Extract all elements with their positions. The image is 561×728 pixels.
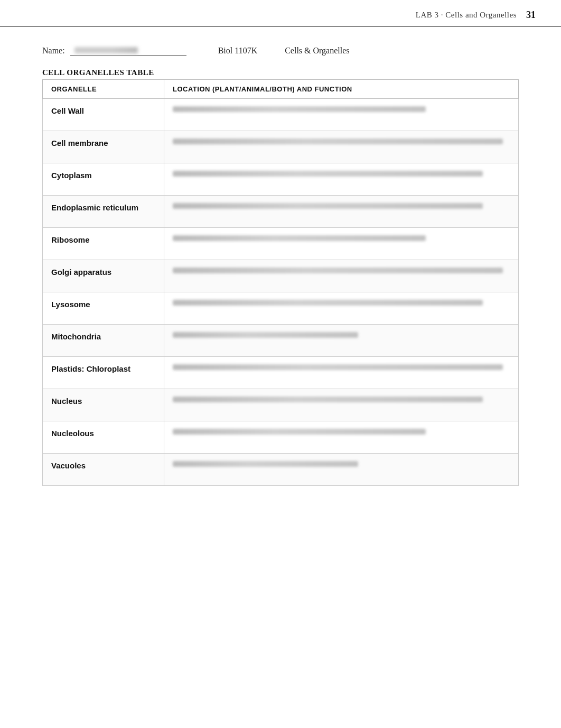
organelle-name-cell-wall: Cell Wall <box>43 99 164 121</box>
blurred-text-line <box>173 139 503 144</box>
table-row: Vacuoles <box>43 454 519 486</box>
organelle-name-cell-membrane: Cell membrane <box>43 131 164 153</box>
organelle-name-cell: Nucleolous <box>43 421 164 454</box>
organelle-name-cytoplasm: Cytoplasm <box>43 163 164 185</box>
organelle-name-endoplasmic-reticulum: Endoplasmic reticulum <box>43 196 164 217</box>
organelle-function-cell <box>164 99 519 131</box>
table-row: Cytoplasm <box>43 163 519 196</box>
organelle-name-nucleus: Nucleus <box>43 389 164 411</box>
organelle-function-cell <box>164 131 519 163</box>
blurred-text-line <box>173 106 426 112</box>
organelle-content-cell-wall <box>164 99 518 131</box>
organelle-content-nucleolous <box>164 421 518 453</box>
organelle-content-plastids-chloroplast <box>164 357 518 389</box>
organelle-function-cell <box>164 292 519 325</box>
organelle-name-plastids-chloroplast: Plastids: Chloroplast <box>43 357 164 379</box>
organelle-name-cell: Plastids: Chloroplast <box>43 357 164 389</box>
organelle-name-nucleolous: Nucleolous <box>43 421 164 443</box>
blurred-text-line <box>173 397 483 402</box>
table-row: Endoplasmic reticulum <box>43 196 519 228</box>
organelle-content-endoplasmic-reticulum <box>164 196 518 227</box>
organelle-name-mitochondria: Mitochondria <box>43 325 164 346</box>
blurred-text-line <box>173 235 426 241</box>
blurred-text-line <box>173 332 358 338</box>
blurred-text-line <box>173 364 503 370</box>
organelle-content-ribosome <box>164 228 518 260</box>
form-row: Name: Biol 1107K Cells & Organelles <box>0 27 561 68</box>
page-header: LAB 3 · Cells and Organelles 31 <box>0 0 561 27</box>
name-underline <box>70 46 186 56</box>
page-number: 31 <box>526 10 536 21</box>
organelle-name-lysosome: Lysosome <box>43 292 164 314</box>
organelle-name-cell: Cytoplasm <box>43 163 164 196</box>
table-row: Plastids: Chloroplast <box>43 357 519 389</box>
organelle-name-cell: Ribosome <box>43 228 164 260</box>
blurred-text-line <box>173 300 483 306</box>
course-code: Biol 1107K <box>218 46 258 55</box>
organelle-content-cytoplasm <box>164 163 518 195</box>
table-row: Nucleolous <box>43 421 519 454</box>
col-header-organelle: ORGANELLE <box>43 80 164 99</box>
course-info: Biol 1107K Cells & Organelles <box>218 46 375 56</box>
table-section: CELL ORGANELLES TABLE ORGANELLE LOCATION… <box>0 68 561 507</box>
organelle-table: ORGANELLE LOCATION (PLANT/ANIMAL/BOTH) A… <box>42 79 519 486</box>
organelle-name-cell: Mitochondria <box>43 325 164 357</box>
name-label: Name: <box>42 46 65 55</box>
organelle-function-cell <box>164 357 519 389</box>
blurred-text-line <box>173 171 483 177</box>
organelle-content-lysosome <box>164 292 518 324</box>
organelle-name-vacuoles: Vacuoles <box>43 454 164 475</box>
blurred-text-line <box>173 461 358 467</box>
organelle-function-cell <box>164 325 519 357</box>
organelle-name-cell: Cell Wall <box>43 99 164 131</box>
organelle-content-vacuoles <box>164 454 518 485</box>
organelle-content-nucleus <box>164 389 518 421</box>
organelle-function-cell <box>164 389 519 421</box>
page: LAB 3 · Cells and Organelles 31 Name: Bi… <box>0 0 561 728</box>
table-row: Golgi apparatus <box>43 260 519 292</box>
organelle-content-cell-membrane <box>164 131 518 163</box>
col-header-function: LOCATION (PLANT/ANIMAL/BOTH) AND FUNCTIO… <box>164 80 519 99</box>
table-row: Cell membrane <box>43 131 519 163</box>
lab-title: LAB 3 · Cells and Organelles <box>416 11 517 20</box>
name-field-group: Name: <box>42 46 186 56</box>
name-blurred-value <box>74 47 138 53</box>
organelle-function-cell <box>164 454 519 486</box>
organelle-function-cell <box>164 163 519 196</box>
organelle-function-cell <box>164 228 519 260</box>
organelle-function-cell <box>164 421 519 454</box>
organelle-name-cell: Nucleus <box>43 389 164 421</box>
organelle-name-golgi-apparatus: Golgi apparatus <box>43 260 164 282</box>
table-header-row: ORGANELLE LOCATION (PLANT/ANIMAL/BOTH) A… <box>43 80 519 99</box>
table-row: Cell Wall <box>43 99 519 131</box>
organelle-name-cell: Golgi apparatus <box>43 260 164 292</box>
organelle-function-cell <box>164 196 519 228</box>
organelle-content-mitochondria <box>164 325 518 356</box>
course-section: Cells & Organelles <box>285 46 349 55</box>
blurred-text-line <box>173 429 426 435</box>
table-row: Lysosome <box>43 292 519 325</box>
organelle-content-golgi-apparatus <box>164 260 518 292</box>
organelle-name-ribosome: Ribosome <box>43 228 164 250</box>
blurred-text-line <box>173 268 503 273</box>
blurred-text-line <box>173 203 483 209</box>
table-row: Nucleus <box>43 389 519 421</box>
organelle-name-cell: Vacuoles <box>43 454 164 486</box>
table-title: CELL ORGANELLES TABLE <box>42 68 519 77</box>
organelle-name-cell: Cell membrane <box>43 131 164 163</box>
organelle-function-cell <box>164 260 519 292</box>
organelle-name-cell: Endoplasmic reticulum <box>43 196 164 228</box>
table-row: Ribosome <box>43 228 519 260</box>
table-row: Mitochondria <box>43 325 519 357</box>
organelle-name-cell: Lysosome <box>43 292 164 325</box>
